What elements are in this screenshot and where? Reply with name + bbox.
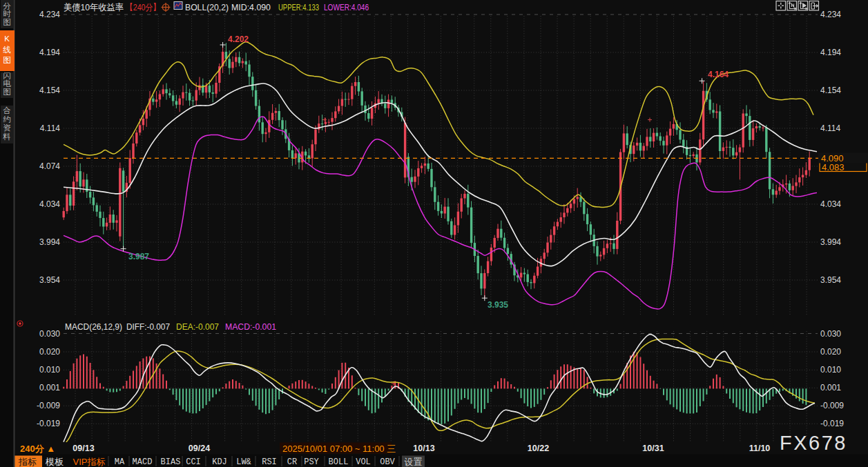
svg-text:VIP指标: VIP指标 xyxy=(73,457,106,467)
svg-text:MID:4.090: MID:4.090 xyxy=(231,2,271,12)
svg-text:约: 约 xyxy=(3,115,11,123)
svg-text:4.154: 4.154 xyxy=(39,86,60,95)
svg-text:-0.019: -0.019 xyxy=(820,419,844,428)
svg-text:3.994: 3.994 xyxy=(820,237,841,247)
svg-text:10/22: 10/22 xyxy=(528,444,549,453)
svg-text:0.020: 0.020 xyxy=(39,347,60,357)
svg-text:4.234: 4.234 xyxy=(820,10,841,19)
svg-text:4.034: 4.034 xyxy=(39,199,60,209)
svg-text:KDJ: KDJ xyxy=(212,457,227,467)
svg-text:图: 图 xyxy=(3,88,11,96)
svg-text:美债10年收益率: 美债10年收益率 xyxy=(64,2,124,12)
svg-text:电: 电 xyxy=(3,79,11,88)
svg-text:闪: 闪 xyxy=(3,72,11,80)
svg-text:0.030: 0.030 xyxy=(820,329,841,339)
svg-text:模板: 模板 xyxy=(45,457,64,467)
svg-text:09/24: 09/24 xyxy=(189,444,210,453)
svg-text:3.954: 3.954 xyxy=(39,275,60,285)
svg-text:0.001: 0.001 xyxy=(39,383,60,393)
svg-text:-0.009: -0.009 xyxy=(37,401,60,410)
svg-text:11/10: 11/10 xyxy=(749,444,771,453)
svg-text:4.194: 4.194 xyxy=(820,48,841,57)
svg-text:240分 ▲: 240分 ▲ xyxy=(20,444,55,454)
svg-text:图: 图 xyxy=(3,56,11,64)
svg-text:设置: 设置 xyxy=(405,457,423,467)
svg-text:-0.009: -0.009 xyxy=(820,401,844,410)
svg-text:4.034: 4.034 xyxy=(820,199,841,209)
svg-text:CCI: CCI xyxy=(186,457,201,467)
svg-text:3.994: 3.994 xyxy=(39,237,60,247)
svg-text:09/13: 09/13 xyxy=(73,444,94,453)
svg-text:【240分】: 【240分】 xyxy=(126,2,160,12)
svg-text:UPPER:4.133: UPPER:4.133 xyxy=(278,2,319,12)
svg-text:线: 线 xyxy=(3,46,11,54)
svg-text:LOWER:4.046: LOWER:4.046 xyxy=(324,2,369,12)
svg-text:MACD: MACD xyxy=(133,457,153,467)
svg-text:10/31: 10/31 xyxy=(642,444,664,453)
svg-text:3.987: 3.987 xyxy=(128,252,149,261)
svg-text:4.114: 4.114 xyxy=(40,123,60,133)
svg-text:DIFF:-0.007: DIFF:-0.007 xyxy=(126,321,170,332)
svg-text:0.010: 0.010 xyxy=(820,365,841,375)
svg-text:DEA:-0.007: DEA:-0.007 xyxy=(176,321,219,332)
svg-text:时: 时 xyxy=(3,10,11,18)
svg-text:4.202: 4.202 xyxy=(228,34,249,44)
svg-text:指标: 指标 xyxy=(18,457,37,467)
svg-text:0.010: 0.010 xyxy=(39,365,60,375)
svg-text:资: 资 xyxy=(3,123,11,132)
svg-text:4.234: 4.234 xyxy=(39,10,60,19)
svg-text:K: K xyxy=(4,34,10,43)
svg-text:分: 分 xyxy=(3,2,11,10)
svg-text:4.194: 4.194 xyxy=(39,48,60,57)
svg-text:图: 图 xyxy=(3,18,11,26)
svg-text:4.114: 4.114 xyxy=(820,123,840,133)
svg-text:OBV: OBV xyxy=(380,457,395,467)
svg-text:MA: MA xyxy=(115,457,125,467)
svg-text:FX678: FX678 xyxy=(780,432,847,454)
svg-text:3.954: 3.954 xyxy=(820,275,841,285)
svg-text:3.935: 3.935 xyxy=(488,300,508,310)
svg-text:LW&: LW& xyxy=(236,457,251,467)
svg-text:0.030: 0.030 xyxy=(39,329,60,339)
svg-text:-0.019: -0.019 xyxy=(37,419,60,428)
svg-text:BOLL(20,2): BOLL(20,2) xyxy=(185,2,229,12)
svg-text:0.020: 0.020 xyxy=(820,347,841,357)
svg-text:RSI: RSI xyxy=(262,457,277,467)
svg-text:10/13: 10/13 xyxy=(413,444,434,453)
svg-text:4.090: 4.090 xyxy=(821,153,844,163)
svg-text:MACD(26,12,9): MACD(26,12,9) xyxy=(65,321,122,332)
svg-text:合: 合 xyxy=(3,106,11,115)
svg-text:4.074: 4.074 xyxy=(39,161,60,171)
svg-text:BOLL: BOLL xyxy=(329,457,349,467)
svg-text:MACD:-0.001: MACD:-0.001 xyxy=(225,321,276,332)
svg-text:0.001: 0.001 xyxy=(820,383,841,393)
svg-text:2025/10/01 07:00 ~ 11:00 三: 2025/10/01 07:00 ~ 11:00 三 xyxy=(282,444,396,454)
svg-text:4.083: 4.083 xyxy=(822,162,845,172)
svg-text:CR: CR xyxy=(287,457,297,467)
svg-text:4.154: 4.154 xyxy=(820,86,841,95)
svg-text:VOL: VOL xyxy=(356,457,371,467)
svg-text:BIAS: BIAS xyxy=(161,457,181,467)
svg-text:料: 料 xyxy=(2,132,11,141)
svg-text:PSY: PSY xyxy=(304,457,319,467)
svg-text:4.164: 4.164 xyxy=(708,70,729,79)
